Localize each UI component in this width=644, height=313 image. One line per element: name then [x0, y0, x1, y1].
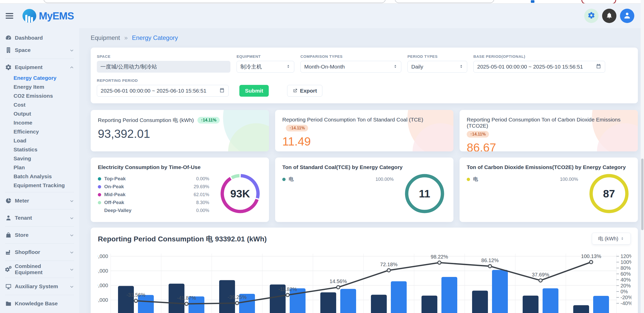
reporting-period-input[interactable]: 2025-06-01 00:00:00 ~ 2025-06-10 15:56:5… — [97, 85, 229, 97]
sidebar-item-dashboard[interactable]: Dashboard — [0, 32, 79, 44]
sidebar-item-label: Tenant — [15, 215, 32, 221]
sidebar-item-shopfloor[interactable]: Shopfloor — [0, 246, 79, 258]
calendar-icon — [219, 87, 225, 94]
sidebar-item-co2-emissions[interactable]: CO2 Emissions — [0, 91, 79, 100]
sidebar-item-label: Load — [14, 138, 26, 144]
building-icon — [5, 47, 12, 53]
sidebar-item-energy-category[interactable]: Energy Category — [0, 73, 79, 82]
svg-text:40%: 40% — [620, 277, 631, 283]
brand-logo[interactable]: MyEMS — [22, 9, 74, 23]
sidebar-item-meter[interactable]: Meter — [0, 195, 79, 207]
chevron-down-icon — [69, 233, 74, 237]
trend-badge: ↑14.11% — [197, 117, 220, 124]
breadcrumb-parent[interactable]: Equipment — [91, 34, 120, 41]
account-button[interactable] — [620, 9, 634, 23]
settings-button[interactable] — [584, 9, 599, 23]
sidebar-item-label: Dashboard — [15, 35, 43, 41]
legend-row[interactable]: 电100.00% — [467, 176, 578, 183]
legend-row[interactable]: Off-Peak8.30% — [98, 200, 209, 205]
sidebar-item-cost[interactable]: Cost — [0, 100, 79, 109]
svg-text:-20%: -20% — [620, 295, 631, 300]
browser-omnibox-fragment — [43, 0, 386, 3]
breadcrumb-current[interactable]: Energy Category — [132, 34, 178, 41]
sidebar-item-label: Cost — [14, 102, 26, 108]
base-period-input[interactable]: 2025-05-01 00:00:00 ~ 2025-05-10 15:56:5… — [473, 61, 605, 73]
unit-selector[interactable]: 电 (kWh) — [592, 233, 631, 244]
svg-text:20,000: 20,000 — [98, 253, 108, 259]
sidebar-item-label: Equipment — [15, 64, 43, 70]
sidebar-item-load[interactable]: Load — [0, 136, 79, 145]
sidebar-item-knowledge-base[interactable]: Knowledge Base — [0, 297, 79, 310]
space-label: SPACE — [97, 54, 230, 59]
sidebar-item-label: Auxiliary System — [15, 283, 58, 289]
legend-label: Mid-Peak — [104, 192, 125, 197]
main-chart-title: Reporting Period Consumption 电 93392.01 … — [98, 234, 631, 244]
sidebar-item-income[interactable]: Income — [0, 118, 79, 127]
legend-row[interactable]: On-Peak29.69% — [98, 184, 209, 189]
sidebar-item-batch-analysis[interactable]: Batch Analysis — [0, 172, 79, 181]
sidebar-item-label: Energy Category — [14, 75, 56, 81]
svg-text:80%: 80% — [620, 265, 631, 271]
legend-label: 电 — [473, 176, 478, 183]
equipment-select[interactable]: 制冷主机 — [237, 61, 294, 73]
folder-icon — [5, 300, 12, 307]
donut-card-title: Electricity Consumption by Time-Of-Use — [98, 164, 262, 170]
sidebar-item-label: Store — [15, 232, 29, 238]
scrollbar-thumb[interactable] — [641, 159, 643, 230]
monitor-icon — [5, 283, 12, 290]
hamburger-menu-icon[interactable] — [6, 12, 13, 20]
svg-text:-40%: -40% — [620, 300, 631, 306]
svg-text:-39.25%: -39.25% — [228, 294, 247, 300]
select-arrows-icon — [286, 64, 290, 70]
sidebar-item-plan[interactable]: Plan — [0, 163, 79, 172]
export-button[interactable]: Export — [287, 85, 322, 97]
stat-title: Reporting Period Consumption Ton of Carb… — [467, 117, 631, 129]
sidebar-item-space[interactable]: Space — [0, 44, 79, 56]
chevron-down-icon — [69, 250, 74, 254]
sidebar-item-efficiency[interactable]: Efficiency — [0, 127, 79, 136]
legend-percent: 8.30% — [196, 200, 209, 205]
svg-text:86.12%: 86.12% — [481, 258, 499, 263]
legend-row[interactable]: 电100.00% — [282, 176, 394, 183]
sidebar-item-tenant[interactable]: Tenant — [0, 212, 79, 224]
legend-label: Deep-Valley — [104, 208, 132, 213]
sidebar-item-output[interactable]: Output — [0, 109, 79, 118]
sidebar-item-equipment-tracking[interactable]: Equipment Tracking — [0, 181, 79, 190]
comparison-types-select[interactable]: Month-On-Month — [300, 61, 401, 73]
sidebar-divider — [5, 192, 74, 192]
sidebar-item-label: Meter — [15, 198, 29, 204]
donut-legend: Top-Peak0.00%On-Peak29.69%Mid-Peak62.01%… — [98, 176, 218, 216]
submit-button[interactable]: Submit — [239, 85, 269, 97]
svg-text:0%: 0% — [620, 289, 628, 294]
sidebar-item-saving[interactable]: Saving — [0, 154, 79, 163]
donut-card-title: Ton of Standard Coal(TCE) by Energy Cate… — [282, 164, 446, 170]
sidebar-item-label: Plan — [14, 164, 25, 171]
sidebar-item-energy-item[interactable]: Energy Item — [0, 82, 79, 91]
page-scrollbar[interactable] — [641, 0, 644, 313]
trend-badge: ↑14.11% — [286, 125, 308, 131]
donut-card-title: Ton of Carbon Dioxide Emissions(TCO2E) b… — [467, 164, 631, 170]
filter-panel: SPACE 一度城/公用动力/制冷站 EQUIPMENT 制冷主机 COMPAR… — [91, 48, 638, 103]
top-navbar: MyEMS — [0, 4, 644, 28]
sidebar-item-store[interactable]: Store — [0, 229, 79, 241]
stat-card-electricity: Reporting Period Consumption 电 (kWh) ↑14… — [91, 110, 269, 151]
legend-dot-icon — [98, 209, 101, 212]
legend-row[interactable]: Top-Peak0.00% — [98, 176, 209, 182]
svg-text:-11.82%: -11.82% — [278, 286, 297, 292]
donut-legend: 电100.00% — [282, 176, 403, 216]
legend-dot-icon — [467, 178, 470, 181]
period-types-select[interactable]: Daily — [407, 61, 467, 73]
notifications-button[interactable] — [602, 9, 616, 23]
sidebar-item-equipment[interactable]: Equipment — [0, 61, 79, 73]
space-input[interactable]: 一度城/公用动力/制冷站 — [97, 61, 230, 73]
period-types-label: PERIOD TYPES — [407, 54, 467, 59]
sidebar-item-combined-equipment[interactable]: Combined Equipment — [0, 263, 79, 275]
legend-percent: 0.00% — [196, 176, 209, 182]
browser-chrome-strip — [0, 0, 644, 4]
sidebar-item-auxiliary-system[interactable]: Auxiliary System — [0, 280, 79, 293]
gauge-icon — [5, 35, 12, 41]
legend-row[interactable]: Mid-Peak62.01% — [98, 192, 209, 197]
sidebar-item-statistics[interactable]: Statistics — [0, 145, 79, 154]
stat-card-tce: Reporting Period Consumption Ton of Stan… — [275, 110, 453, 151]
legend-row[interactable]: Deep-Valley0.00% — [98, 208, 209, 213]
